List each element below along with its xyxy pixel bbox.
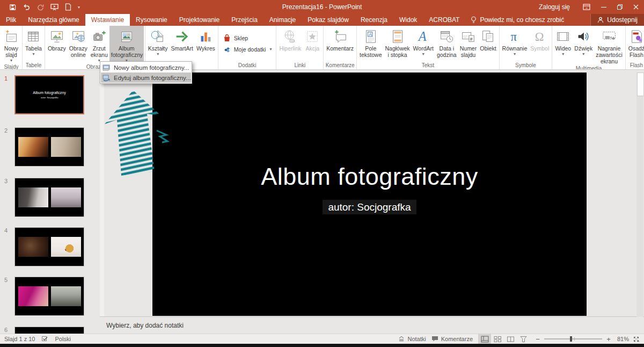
tab-plik[interactable]: Plik bbox=[0, 14, 22, 26]
menu-item-edytuj-album-fotograficzny[interactable]: Edytuj album fotograficzny... bbox=[101, 73, 191, 83]
twigs-photo bbox=[51, 137, 81, 157]
sign-in-link[interactable]: Zaloguj się bbox=[531, 3, 577, 11]
tab-acrobat[interactable]: ACROBAT bbox=[423, 14, 465, 26]
comment-icon bbox=[332, 27, 348, 45]
slide-thumbnail-6[interactable] bbox=[14, 327, 84, 334]
slide-canvas[interactable]: Album fotograficzny autor: Socjografka bbox=[152, 73, 587, 316]
ribbon-button-wideo[interactable]: Wideo▾ bbox=[553, 26, 573, 64]
view-slide-sorter-button[interactable] bbox=[491, 334, 504, 344]
ribbon-button-nagranie-zawartości-ekranu[interactable]: Nagranie zawartości ekranu bbox=[594, 26, 624, 64]
ribbon-button-osadź-flash[interactable]: Osadź Flash bbox=[627, 26, 644, 61]
ribbon-button-obrazy-online[interactable]: Obrazy online bbox=[68, 26, 89, 63]
slide-number-6: 6 bbox=[4, 327, 8, 333]
share-button[interactable]: Udostępnij bbox=[590, 14, 644, 26]
chevron-down-icon: ▾ bbox=[269, 47, 272, 52]
tab-rysowanie[interactable]: Rysowanie bbox=[130, 14, 173, 26]
waffle-berries-photo bbox=[51, 237, 81, 257]
slide-thumbnail-3[interactable] bbox=[14, 178, 84, 217]
ribbon-button-nagłówek-i-stopka[interactable]: Nagłówek i stopka bbox=[383, 26, 411, 61]
save-icon[interactable] bbox=[5, 0, 19, 14]
ribbon-button-dźwięk[interactable]: Dźwięk▾ bbox=[573, 26, 594, 64]
ribbon-button-obiekt[interactable]: Obiekt bbox=[478, 26, 497, 61]
ribbon-button-label: Sklep bbox=[234, 35, 248, 41]
ribbon-button-smartart[interactable]: SmartArt bbox=[170, 26, 195, 61]
vertical-scrollbar[interactable] bbox=[636, 73, 643, 317]
collapse-ribbon-icon[interactable]: ⌃ bbox=[636, 340, 640, 345]
ribbon-button-album-fotograficzny[interactable]: Album fotograficzny▾ bbox=[109, 26, 144, 63]
ribbon-button-akcja[interactable]: Akcja bbox=[303, 26, 322, 61]
ribbon-button-komentarz[interactable]: Komentarz bbox=[325, 26, 355, 61]
ribbon-button-zrzut-ekranu[interactable]: Zrzut ekranu▾ bbox=[89, 26, 109, 63]
ribbon-button-równanie[interactable]: πRównanie▾ bbox=[501, 26, 529, 61]
zoom-slider-handle[interactable] bbox=[570, 336, 572, 342]
ribbon-button-wordart[interactable]: AWordArt▾ bbox=[412, 26, 435, 61]
ribbon-button-data-i-godzina[interactable]: Data i godzina bbox=[435, 26, 458, 61]
header-footer-icon bbox=[390, 27, 406, 45]
redo-icon[interactable] bbox=[33, 0, 47, 14]
ribbon-button-kształty[interactable]: Kształty▾ bbox=[147, 26, 170, 61]
ribbon-button-wykres[interactable]: Wykres bbox=[195, 26, 217, 61]
tab-narzędzia-główne[interactable]: Narzędzia główne bbox=[22, 14, 85, 26]
tab-wstawianie[interactable]: Wstawianie bbox=[85, 14, 130, 26]
slide-number-1: 1 bbox=[4, 75, 8, 82]
pink-sequins-photo bbox=[18, 286, 48, 306]
slide-thumbnail-2[interactable] bbox=[14, 127, 84, 167]
scrollbar-thumb[interactable] bbox=[637, 73, 644, 96]
zoom-in-button[interactable]: + bbox=[606, 335, 611, 343]
comments-toggle[interactable]: Komentarze bbox=[431, 336, 473, 342]
panel-splitter[interactable] bbox=[100, 69, 104, 317]
tab-recenzja[interactable]: Recenzja bbox=[355, 14, 393, 26]
ribbon-button-label: Tabela bbox=[25, 45, 42, 52]
ribbon-button-tabela[interactable]: Tabela▾ bbox=[24, 26, 43, 61]
slide-thumbnail-5[interactable] bbox=[14, 277, 84, 316]
ribbon-button-numer-slajdu[interactable]: #Numer slajdu bbox=[458, 26, 479, 61]
qat-customize-caret-icon[interactable]: ▾ bbox=[75, 5, 83, 10]
notes-toggle[interactable]: Notatki bbox=[398, 336, 426, 342]
slide-thumbnail-4[interactable] bbox=[14, 227, 84, 266]
ribbon-button-label: Data i godzina bbox=[437, 45, 457, 58]
close-button[interactable] bbox=[628, 0, 644, 14]
ribbon-button-moje-dodatki[interactable]: Moje dodatki▾ bbox=[223, 45, 272, 54]
slide-thumbnail-1[interactable]: Album fotograficznyautor: Socjografka bbox=[14, 75, 84, 114]
zoom-slider[interactable] bbox=[544, 338, 602, 339]
slide-title-text[interactable]: Album fotograficzny bbox=[152, 163, 587, 191]
slide-indicator: Slajd 1 z 10 bbox=[4, 336, 35, 342]
tab-widok[interactable]: Widok bbox=[393, 14, 423, 26]
slideshow-icon[interactable] bbox=[47, 0, 61, 14]
new-file-icon[interactable] bbox=[61, 0, 75, 14]
restore-button[interactable] bbox=[612, 0, 628, 14]
slide-subtitle-text[interactable]: autor: Socjografka bbox=[152, 201, 587, 213]
ribbon-button-sklep[interactable]: Sklep bbox=[223, 34, 272, 42]
minimize-button[interactable] bbox=[596, 0, 612, 14]
notes-pane[interactable]: Wybierz, aby dodać notatki bbox=[100, 316, 644, 334]
undo-icon[interactable] bbox=[19, 0, 33, 14]
ribbon-button-obrazy[interactable]: Obrazy bbox=[46, 26, 68, 63]
ribbon-button-label: Album fotograficzny bbox=[111, 45, 142, 58]
ribbon-button-nowy-slajd[interactable]: Nowy slajd▾ bbox=[2, 26, 21, 63]
view-slideshow-button[interactable] bbox=[517, 334, 530, 344]
view-reading-button[interactable] bbox=[504, 334, 517, 344]
chevron-down-icon: ▾ bbox=[10, 59, 12, 63]
notes-icon bbox=[398, 336, 405, 342]
zoom-out-button[interactable]: − bbox=[535, 335, 540, 343]
tell-me-box[interactable]: Powiedz mi, co chcesz zrobić bbox=[465, 14, 569, 26]
comments-icon bbox=[431, 336, 438, 342]
ribbon-display-options-icon[interactable] bbox=[577, 0, 596, 14]
menu-item-label: Nowy album fotograficzny... bbox=[114, 64, 189, 71]
menu-item-nowy-album-fotograficzny[interactable]: Nowy album fotograficzny... bbox=[101, 62, 191, 73]
ribbon-button-hiperlink[interactable]: Hiperlink bbox=[277, 26, 303, 61]
ribbon-tab-row: PlikNarzędzia główneWstawianieRysowanieP… bbox=[0, 14, 644, 26]
language-indicator[interactable]: Polski bbox=[55, 336, 70, 342]
tab-animacje[interactable]: Animacje bbox=[264, 14, 302, 26]
tab-pokaz-slajdów[interactable]: Pokaz slajdów bbox=[302, 14, 355, 26]
ribbon-button-symbol[interactable]: ΩSymbol bbox=[529, 26, 551, 61]
menu-item-label: Edytuj album fotograficzny... bbox=[114, 75, 191, 81]
tab-przejścia[interactable]: Przejścia bbox=[225, 14, 264, 26]
wordart-icon: A bbox=[415, 27, 431, 45]
spellcheck-icon[interactable] bbox=[41, 336, 48, 343]
ribbon-button-pole-tekstowe[interactable]: APole tekstowe bbox=[358, 26, 383, 61]
notes-placeholder: Wybierz, aby dodać notatki bbox=[106, 322, 184, 329]
view-normal-button[interactable] bbox=[478, 334, 491, 344]
zoom-level[interactable]: 81% bbox=[615, 336, 629, 342]
tab-projektowanie[interactable]: Projektowanie bbox=[173, 14, 225, 26]
